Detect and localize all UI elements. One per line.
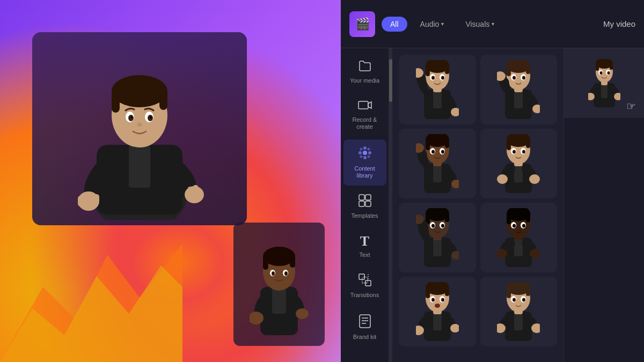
scrollbar-divider — [389, 48, 392, 362]
svg-point-36 — [284, 271, 288, 276]
filter-visuals-btn[interactable]: Visuals ▾ — [457, 17, 503, 32]
svg-rect-106 — [526, 138, 530, 148]
camera-icon — [358, 99, 372, 113]
svg-rect-19 — [78, 196, 83, 206]
nav-item-text[interactable]: T Text — [343, 228, 386, 265]
svg-point-48 — [360, 155, 362, 158]
svg-rect-140 — [433, 312, 442, 330]
svg-rect-80 — [526, 64, 530, 74]
svg-point-45 — [368, 151, 371, 154]
small-avatar-svg — [250, 233, 309, 335]
svg-rect-22 — [94, 194, 99, 204]
svg-point-15 — [130, 116, 133, 119]
svg-rect-158 — [507, 286, 511, 298]
svg-rect-56 — [362, 277, 368, 283]
content-library-icon — [358, 146, 372, 162]
text-icon: T — [360, 234, 369, 248]
svg-point-49 — [367, 155, 370, 158]
svg-rect-75 — [514, 90, 523, 108]
svg-point-136 — [522, 224, 525, 228]
nav-item-brand-kit[interactable]: Brand kit — [343, 308, 386, 347]
svg-point-84 — [522, 76, 525, 80]
svg-point-17 — [137, 122, 142, 127]
svg-rect-54 — [359, 274, 364, 279]
content-library-label: Contentlibrary — [354, 165, 375, 179]
svg-point-16 — [150, 116, 152, 119]
avatar-svg-5 — [416, 208, 459, 267]
svg-point-175 — [599, 71, 602, 75]
svg-rect-10 — [159, 88, 167, 110]
svg-rect-31 — [263, 255, 268, 270]
svg-rect-132 — [526, 212, 530, 222]
scrollbar-thumb[interactable] — [389, 59, 392, 102]
video-thumbnail[interactable]: ☞ — [564, 48, 644, 118]
avatar-thumb-4[interactable] — [480, 129, 558, 198]
sidebar-panel: 🎬 All Audio ▾ Visuals ▾ My video — [341, 0, 644, 362]
audio-chevron: ▾ — [441, 21, 444, 27]
svg-point-8 — [112, 75, 167, 107]
svg-point-111 — [497, 174, 508, 184]
svg-rect-119 — [445, 212, 449, 222]
avatar-thumb-1[interactable] — [399, 55, 476, 124]
logo-icon: 🎬 — [355, 17, 370, 31]
transitions-icon — [358, 274, 371, 289]
transitions-label: Transitions — [350, 292, 379, 299]
avatar-grid — [392, 48, 564, 362]
avatar-thumb-3[interactable] — [399, 129, 476, 198]
svg-rect-20 — [83, 193, 89, 205]
svg-rect-144 — [426, 286, 430, 298]
lightning-shape — [0, 244, 182, 362]
svg-rect-9 — [112, 88, 120, 113]
svg-rect-172 — [610, 62, 613, 70]
nav-item-transitions[interactable]: Transitions — [343, 267, 386, 305]
svg-rect-50 — [359, 195, 364, 200]
svg-point-38 — [296, 308, 309, 319]
svg-point-135 — [513, 224, 516, 228]
svg-point-150 — [435, 304, 440, 308]
svg-point-112 — [529, 174, 540, 184]
avatar-thumb-8[interactable] — [480, 277, 558, 346]
svg-point-97 — [441, 150, 444, 154]
svg-rect-39 — [358, 101, 368, 109]
top-bar: 🎬 All Audio ▾ Visuals ▾ My video — [341, 0, 644, 48]
svg-marker-1 — [0, 265, 182, 362]
small-avatar-card — [233, 223, 325, 346]
svg-rect-25 — [188, 187, 193, 198]
filter-all-btn[interactable]: All — [382, 17, 407, 32]
svg-point-44 — [358, 151, 362, 154]
avatar-thumb-5[interactable] — [399, 203, 476, 272]
svg-point-148 — [431, 298, 435, 302]
my-video-label: My video — [603, 19, 635, 28]
svg-rect-92 — [426, 138, 430, 150]
svg-point-46 — [360, 147, 362, 150]
filter-audio-btn[interactable]: Audio ▾ — [412, 17, 453, 32]
svg-point-176 — [607, 71, 610, 75]
avatar-svg-1 — [416, 60, 459, 119]
svg-rect-145 — [445, 286, 449, 296]
svg-rect-93 — [445, 138, 449, 148]
main-avatar-svg — [70, 38, 209, 220]
app-logo: 🎬 — [349, 11, 375, 37]
svg-rect-167 — [601, 83, 608, 98]
avatar-thumb-2[interactable] — [480, 55, 558, 124]
svg-rect-101 — [514, 164, 523, 182]
svg-point-47 — [367, 147, 370, 150]
avatar-thumb-7[interactable] — [399, 277, 476, 346]
avatar-thumb-6[interactable] — [480, 203, 558, 272]
svg-point-43 — [363, 156, 367, 159]
svg-rect-88 — [433, 164, 442, 182]
svg-point-149 — [441, 298, 444, 302]
nav-item-your-media[interactable]: Your media — [343, 54, 386, 91]
avatar-svg-2 — [497, 60, 540, 119]
svg-rect-24 — [193, 185, 198, 196]
preview-avatar-svg — [588, 59, 620, 107]
nav-item-templates[interactable]: Templates — [343, 188, 386, 226]
nav-item-record-create[interactable]: Record &create — [343, 93, 386, 137]
svg-rect-53 — [365, 201, 371, 206]
main-avatar-card — [32, 32, 247, 225]
nav-item-content-library[interactable]: Contentlibrary — [343, 139, 386, 186]
svg-rect-4 — [129, 145, 150, 188]
avatar-svg-6 — [497, 208, 540, 267]
svg-rect-114 — [433, 238, 442, 256]
templates-label: Templates — [351, 212, 378, 219]
